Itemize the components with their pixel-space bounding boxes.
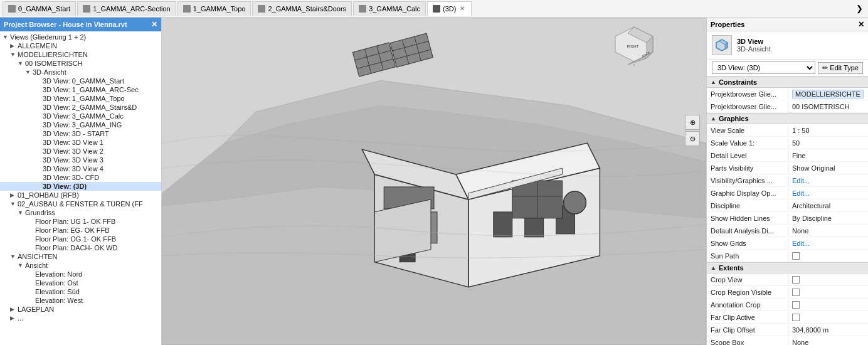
svg-rect-2 [352,43,395,77]
tree-allgemein[interactable]: ▶ ALLGEMEIN [0,41,161,50]
tree-rohbau[interactable]: ▶01_ROHBAU (RFB) [0,191,161,199]
props-scroll-area[interactable]: ▲ Constraints Projektbrowser Glie... MOD… [707,77,868,345]
tree-ansicht[interactable]: ▼Ansicht [0,261,161,270]
tab-close-3d[interactable]: ✕ [458,5,466,12]
tab-3d[interactable]: (3D) ✕ [427,1,472,16]
tree-fp-dach[interactable]: Floor Plan: DACH- OK WD [0,243,161,252]
tree-3d-view3[interactable]: 3D View: 3D View 3 [0,156,161,164]
view-icon-3d [712,35,732,55]
tree-3d-view1[interactable]: 3D View: 3D View 1 [0,138,161,147]
tree-lageplan[interactable]: ▶LAGEPLAN [0,305,161,314]
tree-3d-gamma-stairs[interactable]: 3D View: 2_GAMMA_Stairs&D [0,103,161,112]
tab-topo[interactable]: 1_GAMMA_Topo [177,1,251,16]
tree-3d-view2[interactable]: 3D View: 3D View 2 [0,147,161,156]
section-arrow-extents: ▲ [711,265,716,271]
sun-path-checkbox[interactable] [792,252,800,260]
tree-elev-ost[interactable]: Elevation: Ost [0,279,161,287]
tree-elev-nord[interactable]: Elevation: Nord [0,270,161,279]
tree-ausbau[interactable]: ▼02_AUSBAU & FENSTER & TÜREN (FF [0,199,161,208]
prop-far-clip-active[interactable]: Far Clip Active [707,311,868,324]
prop-scale-value[interactable]: Scale Value 1: 50 [707,137,868,149]
prop-sun-path[interactable]: Sun Path [707,250,868,262]
properties-close[interactable]: ✕ [858,20,864,29]
tree-3d-gamma-arc[interactable]: 3D View: 1_GAMMA_ARC-Sec [0,85,161,94]
prop-parts-visibility[interactable]: Parts Visibility Show Original [707,162,868,174]
prop-crop-region-visible[interactable]: Crop Region Visible [707,286,868,299]
tab-arc[interactable]: 1_GAMMA_ARC-Section [77,1,176,16]
tree-3d-ansicht-folder[interactable]: ▼ 3D-Ansicht [0,68,161,77]
visibility-edit-btn[interactable]: Edit... [792,177,810,184]
far-clip-active-checkbox[interactable] [792,314,800,321]
prop-discipline[interactable]: Discipline Architectural [707,199,868,212]
tab-icon-calc [359,5,366,13]
tree-3d-view4[interactable]: 3D View: 3D View 4 [0,164,161,173]
section-constraints[interactable]: ▲ Constraints [707,77,868,88]
tree-3d-gamma-calc[interactable]: 3D View: 3_GAMMA_Calc [0,112,161,120]
project-browser-title: Project Browser - House in Vienna.rvt [4,21,127,28]
tab-start[interactable]: 0_GAMMA_Start [3,1,76,16]
svg-rect-16 [494,212,512,237]
tab-label-arc: 1_GAMMA_ARC-Section [93,5,171,13]
panel-expand-btn[interactable]: ❯ [853,3,865,15]
prop-graphic-display[interactable]: Graphic Display Op... Edit... [707,187,868,199]
tab-label-start: 0_GAMMA_Start [18,5,70,13]
nav-controls: ⊕ ⊖ [685,115,700,146]
show-grids-edit-btn[interactable]: Edit... [792,240,810,247]
tree-3d-gamma-topo[interactable]: 3D View: 1_GAMMA_Topo [0,94,161,103]
tree-3d-gamma-ing[interactable]: 3D View: 3_GAMMA_ING [0,120,161,129]
prop-annotation-crop[interactable]: Annotation Crop [707,299,868,311]
project-browser: Project Browser - House in Vienna.rvt ✕ … [0,18,162,345]
tree-modelliersichten[interactable]: ▼ MODELLIERSICHTEN [0,50,161,59]
svg-rect-7 [390,33,433,67]
prop-show-grids[interactable]: Show Grids Edit... [707,237,868,250]
tree-container: ▼ Views (Gliederung 1 + 2) ▶ ALLGEMEIN ▼… [0,31,161,345]
view-selector-dropdown[interactable]: 3D View: (3D) [712,61,815,74]
prop-far-clip-offset[interactable]: Far Clip Offset 304,8000 m [707,324,868,336]
edit-icon: ✏ [822,64,828,72]
section-arrow-constraints: ▲ [711,79,716,85]
svg-text:RIGHT: RIGHT [627,45,639,48]
view-cube[interactable]: RIGHT BACK ↕ [612,24,656,68]
tree-3d-gamma-start[interactable]: 3D View: 0_GAMMA_Start [0,77,161,85]
crop-region-visible-checkbox[interactable] [792,289,800,296]
section-graphics[interactable]: ▲ Graphics [707,113,868,124]
prop-default-analysis[interactable]: Default Analysis Di... None [707,225,868,237]
tree-arrow-3d-folder: ▼ [25,69,33,75]
tab-stairs[interactable]: 2_GAMMA_Stairs&Doors [252,1,352,16]
tree-elev-sud[interactable]: Elevation: Süd [0,287,161,296]
tree-fp-og[interactable]: Floor Plan: OG 1- OK FFB [0,235,161,243]
nav-zoom-out[interactable]: ⊖ [685,131,700,146]
tab-calc[interactable]: 3_GAMMA_Calc [353,1,426,16]
tree-fp-eg[interactable]: Floor Plan: EG- OK FFB [0,226,161,235]
annotation-crop-checkbox[interactable] [792,301,800,309]
tree-3d-cfd[interactable]: 3D View: 3D- CFD [0,173,161,182]
edit-type-button[interactable]: ✏ Edit Type [818,62,863,74]
prop-projektbrowser1[interactable]: Projektbrowser Glie... MODELLIERSICHTE [707,88,868,100]
prop-projektbrowser2[interactable]: Projektbrowser Glie... 00 ISOMETRISCH [707,100,868,113]
tab-icon-3d [433,5,440,13]
viewport[interactable]: RIGHT BACK ↕ ⊕ ⊖ [162,18,706,345]
tree-grundriss[interactable]: ▼Grundriss [0,208,161,217]
tree-3d-start[interactable]: 3D View: 3D - START [0,129,161,138]
crop-view-checkbox[interactable] [792,276,800,284]
project-browser-close[interactable]: ✕ [151,20,157,29]
prop-show-hidden-lines[interactable]: Show Hidden Lines By Discipline [707,212,868,225]
nav-zoom-in[interactable]: ⊕ [685,115,700,130]
section-extents[interactable]: ▲ Extents [707,262,868,273]
prop-crop-view[interactable]: Crop View [707,273,868,286]
tree-views-root[interactable]: ▼ Views (Gliederung 1 + 2) [0,33,161,41]
prop-view-scale[interactable]: View Scale 1 : 50 [707,124,868,137]
tree-bottom-clipped[interactable]: ▶... [0,314,161,322]
tree-ansichten[interactable]: ▼ANSICHTEN [0,252,161,261]
prop-selector-row: 3D View: (3D) ✏ Edit Type [707,60,868,77]
tree-fp-ug[interactable]: Floor Plan: UG 1- OK FFB [0,217,161,226]
prop-visibility-graphics[interactable]: Visibility/Graphics ... Edit... [707,174,868,187]
graphic-display-edit-btn[interactable]: Edit... [792,189,810,197]
tree-3d-current[interactable]: 3D View: (3D) [0,182,161,191]
tree-elev-west[interactable]: Elevation: West [0,296,161,305]
tree-arrow-views: ▼ [3,34,10,40]
section-arrow-graphics: ▲ [711,115,716,122]
prop-detail-level[interactable]: Detail Level Fine [707,149,868,162]
tree-isometrisch[interactable]: ▼ 00 ISOMETRISCH [0,59,161,68]
prop-scope-box[interactable]: Scope Box None [707,336,868,345]
